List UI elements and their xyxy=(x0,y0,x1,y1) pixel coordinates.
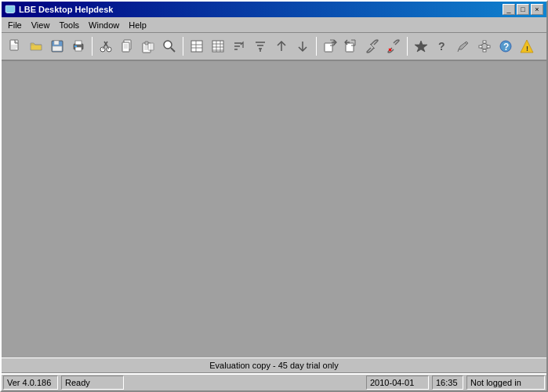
svg-rect-64 xyxy=(483,49,486,52)
link-button[interactable] xyxy=(362,36,383,56)
star-button[interactable] xyxy=(411,36,431,56)
svg-text:?: ? xyxy=(503,42,509,53)
svg-rect-63 xyxy=(487,45,490,48)
toolbar: ? ? xyxy=(2,33,546,61)
svg-rect-61 xyxy=(483,41,486,43)
status-login: Not logged in xyxy=(466,376,545,390)
separator-1 xyxy=(92,37,93,56)
cut-button[interactable] xyxy=(96,36,116,56)
menu-bar: File View Tools Window Help xyxy=(2,17,546,33)
svg-line-60 xyxy=(458,49,459,52)
status-date: 2010-04-01 xyxy=(366,376,429,390)
svg-line-67 xyxy=(481,48,484,49)
svg-rect-12 xyxy=(75,47,82,51)
sort-asc-button[interactable] xyxy=(229,36,249,56)
app-window: LBE Desktop Helpdesk _ □ × File View Too… xyxy=(0,0,548,392)
pencil-button[interactable] xyxy=(453,36,474,56)
svg-rect-2 xyxy=(6,13,14,13)
hr1-button[interactable] xyxy=(250,36,270,56)
new-button[interactable] xyxy=(5,36,25,56)
svg-line-32 xyxy=(171,48,175,52)
table-button-2[interactable] xyxy=(208,36,228,56)
title-bar-left: LBE Desktop Helpdesk xyxy=(5,4,113,15)
svg-rect-26 xyxy=(145,42,148,45)
print-button[interactable] xyxy=(68,36,89,56)
menu-help[interactable]: Help xyxy=(124,19,151,31)
svg-rect-8 xyxy=(54,41,59,45)
separator-4 xyxy=(407,37,408,56)
status-ready: Ready xyxy=(61,376,124,390)
window-title: LBE Desktop Helpdesk xyxy=(19,5,113,14)
svg-rect-62 xyxy=(479,45,482,48)
menu-window[interactable]: Window xyxy=(84,19,124,31)
svg-line-68 xyxy=(484,48,488,49)
close-button[interactable]: × xyxy=(531,4,543,15)
hr2-button[interactable] xyxy=(271,36,292,56)
svg-rect-9 xyxy=(53,46,62,51)
network-button[interactable] xyxy=(474,36,495,56)
svg-rect-0 xyxy=(5,5,15,13)
title-bar: LBE Desktop Helpdesk _ □ × xyxy=(2,2,546,17)
open-button[interactable] xyxy=(26,36,46,56)
menu-file[interactable]: File xyxy=(3,19,27,31)
restore-button[interactable]: □ xyxy=(517,4,529,15)
svg-rect-50 xyxy=(325,43,332,52)
svg-line-65 xyxy=(481,43,484,45)
menu-tools[interactable]: Tools xyxy=(54,19,84,31)
svg-line-66 xyxy=(484,43,488,45)
svg-text:?: ? xyxy=(438,40,445,53)
separator-3 xyxy=(316,37,317,56)
yellow-icon-button[interactable]: ! xyxy=(517,36,537,56)
svg-point-31 xyxy=(164,41,172,49)
svg-rect-11 xyxy=(75,41,82,45)
copy-button[interactable] xyxy=(117,36,137,56)
bottom-area: Evaluation copy - 45 day trial only Ver … xyxy=(2,358,546,390)
svg-rect-30 xyxy=(148,43,154,50)
eval-text: Evaluation copy - 45 day trial only xyxy=(209,361,338,370)
save-button[interactable] xyxy=(47,36,67,56)
app-icon xyxy=(5,4,16,15)
separator-2 xyxy=(183,37,183,56)
content-area xyxy=(2,61,546,358)
paste-button[interactable] xyxy=(138,36,158,56)
unlink-button[interactable] xyxy=(383,36,404,56)
minimize-button[interactable]: _ xyxy=(503,4,515,15)
eval-bar: Evaluation copy - 45 day trial only xyxy=(2,358,546,373)
table-button-1[interactable] xyxy=(187,36,207,56)
export-button[interactable] xyxy=(320,36,340,56)
question-button[interactable]: ? xyxy=(432,36,452,56)
svg-rect-33 xyxy=(191,41,202,52)
status-bar: Ver 4.0.186 Ready 2010-04-01 16:35 Not l… xyxy=(2,373,546,390)
find-button[interactable] xyxy=(159,36,180,56)
status-version: Ver 4.0.186 xyxy=(3,376,58,390)
svg-rect-13 xyxy=(74,45,77,47)
title-controls: _ □ × xyxy=(503,4,543,15)
status-time: 16:35 xyxy=(432,376,463,390)
hr3-button[interactable] xyxy=(292,36,313,56)
svg-rect-21 xyxy=(122,42,129,52)
menu-view[interactable]: View xyxy=(27,19,55,31)
import-button[interactable] xyxy=(341,36,361,56)
svg-text:!: ! xyxy=(526,45,528,53)
help-icon-button[interactable]: ? xyxy=(495,36,516,56)
svg-marker-57 xyxy=(415,41,427,52)
